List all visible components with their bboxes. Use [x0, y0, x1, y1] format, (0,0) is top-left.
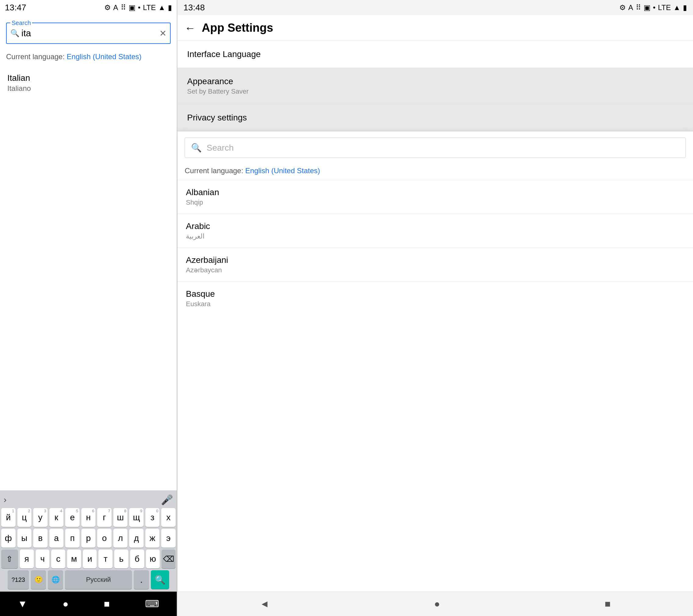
page-title: App Settings [202, 21, 273, 35]
settings-item-title: Appearance [187, 77, 683, 86]
key-п[interactable]: п [65, 529, 80, 548]
key-б[interactable]: б [130, 550, 144, 569]
keyboard-row-1: 1й 2ц 3у 4к 5е 6н 7г 8ш 9щ 0з х [1, 508, 176, 527]
left-search-input[interactable]: ita [21, 28, 155, 38]
modal-search-box[interactable]: 🔍 Search [185, 137, 686, 158]
key-с[interactable]: с [51, 550, 65, 569]
keyboard-arrow-icon[interactable]: › [4, 495, 6, 505]
left-status-icons: ⚙ A ⠿ ▣ • LTE ▲ ▮ [104, 3, 172, 12]
keyboard-bottom-row: ?123 🙂 🌐 Русский . 🔍 [1, 570, 176, 590]
key-ы[interactable]: ы [17, 529, 32, 548]
right-dots-icon: ⠿ [636, 3, 641, 12]
key-и[interactable]: и [83, 550, 97, 569]
key-й[interactable]: 1й [1, 508, 16, 527]
key-л[interactable]: л [113, 529, 128, 548]
key-у[interactable]: 3у [33, 508, 47, 527]
keyboard-row-3: ⇧ я ч с м и т ь б ю ⌫ [1, 550, 176, 569]
key-period[interactable]: . [134, 570, 149, 589]
key-в[interactable]: в [33, 529, 47, 548]
left-status-bar: 13:47 ⚙ A ⠿ ▣ • LTE ▲ ▮ [0, 0, 177, 15]
settings-item-title: Privacy settings [187, 113, 683, 122]
list-item[interactable]: Italian Italiano [0, 67, 177, 99]
right-a-icon: A [628, 3, 633, 12]
key-ж[interactable]: ж [145, 529, 160, 548]
left-search-icon: 🔍 [11, 29, 20, 38]
key-symbols[interactable]: ?123 [7, 570, 29, 589]
language-name: Albanian [186, 188, 685, 197]
right-status-icons: ⚙ A ⠿ ▣ • LTE ▲ ▮ [619, 3, 687, 12]
list-item[interactable]: Arabic العربية [177, 214, 693, 248]
settings-item-privacy[interactable]: Privacy settings [177, 104, 693, 131]
left-clear-icon[interactable]: ✕ [159, 28, 166, 38]
left-nav-back-icon[interactable]: ▼ [18, 598, 27, 610]
right-screen-icon: ▣ [644, 3, 651, 12]
language-selector-modal: 🔍 Search Current language: English (Unit… [177, 131, 693, 592]
key-з[interactable]: 0з [145, 508, 160, 527]
key-е[interactable]: 5е [65, 508, 80, 527]
left-search-box[interactable]: Search 🔍 ita ✕ [6, 23, 171, 44]
modal-search-icon: 🔍 [191, 143, 202, 153]
key-ш[interactable]: 8ш [113, 508, 128, 527]
key-ф[interactable]: ф [1, 529, 16, 548]
list-item[interactable]: Albanian Shqip [177, 180, 693, 214]
keyboard-mic-icon[interactable]: 🎤 [161, 494, 173, 506]
key-shift[interactable]: ⇧ [1, 550, 18, 569]
key-к[interactable]: 4к [50, 508, 64, 527]
language-native: Italiano [7, 84, 170, 93]
modal-current-language-label: Current language: [185, 167, 243, 175]
list-item[interactable]: Basque Euskara [177, 282, 693, 315]
key-emoji[interactable]: 🙂 [31, 570, 46, 589]
key-щ[interactable]: 9щ [129, 508, 143, 527]
language-name: Arabic [186, 222, 685, 231]
right-nav-back-icon[interactable]: ◄ [260, 598, 270, 610]
right-nav-home-icon[interactable]: ● [434, 598, 440, 610]
key-globe[interactable]: 🌐 [48, 570, 63, 589]
key-н[interactable]: 6н [81, 508, 96, 527]
right-gear-icon: ⚙ [619, 3, 626, 12]
left-time: 13:47 [5, 3, 26, 13]
list-item[interactable]: Azerbaijani Azərbaycan [177, 248, 693, 282]
key-х[interactable]: х [161, 508, 176, 527]
key-backspace[interactable]: ⌫ [161, 550, 176, 569]
keyboard-top-bar: › 🎤 [1, 493, 176, 508]
key-э[interactable]: э [161, 529, 176, 548]
key-я[interactable]: я [20, 550, 34, 569]
key-д[interactable]: д [129, 529, 143, 548]
language-native: Azərbaycan [186, 266, 685, 274]
keyboard-area: › 🎤 1й 2ц 3у 4к 5е 6н 7г 8ш 9щ 0з х ф ы … [0, 490, 177, 592]
keyboard-row-2: ф ы в а п р о л д ж э [1, 529, 176, 548]
key-т[interactable]: т [98, 550, 113, 569]
key-search[interactable]: 🔍 [151, 570, 169, 589]
key-р[interactable]: р [81, 529, 96, 548]
right-battery-icon: ▮ [683, 3, 687, 12]
key-ч[interactable]: ч [36, 550, 50, 569]
left-nav-keyboard-icon[interactable]: ⌨ [145, 598, 159, 610]
modal-search-placeholder: Search [206, 143, 234, 153]
screen-icon: ▣ [128, 3, 136, 12]
right-status-bar: 13:48 ⚙ A ⠿ ▣ • LTE ▲ ▮ [177, 0, 693, 15]
modal-current-language-value[interactable]: English (United States) [245, 167, 320, 175]
back-icon[interactable]: ← [185, 22, 196, 35]
modal-language-list: Albanian Shqip Arabic العربية Azerbaijan… [177, 180, 693, 592]
key-space[interactable]: Русский [65, 570, 132, 589]
left-nav-home-icon[interactable]: ● [63, 598, 68, 610]
right-signal-icon: ▲ [673, 3, 680, 12]
language-name: Azerbaijani [186, 255, 685, 265]
settings-item-appearance[interactable]: Appearance Set by Battery Saver [177, 68, 693, 104]
key-ь[interactable]: ь [114, 550, 128, 569]
key-ц[interactable]: 2ц [17, 508, 32, 527]
settings-item-interface-language[interactable]: Interface Language [177, 41, 693, 68]
key-о[interactable]: о [97, 529, 112, 548]
dots-icon: ⠿ [121, 3, 126, 12]
left-current-language-value[interactable]: English (United States) [67, 53, 141, 61]
key-г[interactable]: 7г [97, 508, 112, 527]
left-language-list: Italian Italiano [0, 61, 177, 490]
key-м[interactable]: м [67, 550, 81, 569]
right-nav-recent-icon[interactable]: ■ [605, 598, 610, 610]
right-header: ← App Settings [177, 15, 693, 41]
left-nav-recent-icon[interactable]: ■ [104, 598, 110, 610]
right-time: 13:48 [183, 3, 205, 13]
key-ю[interactable]: ю [146, 550, 160, 569]
right-lte-label: LTE [658, 3, 671, 12]
key-а[interactable]: а [50, 529, 64, 548]
